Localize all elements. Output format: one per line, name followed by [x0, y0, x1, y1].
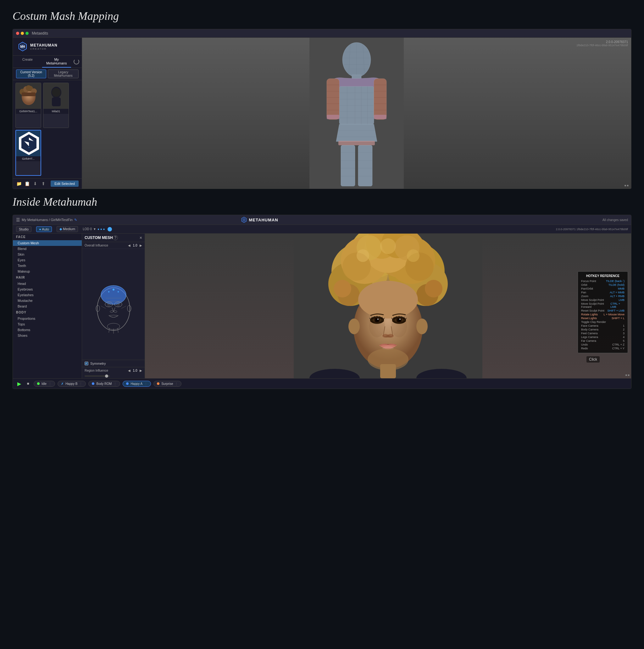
info-icon[interactable]: ?	[113, 235, 118, 240]
close-panel-icon[interactable]: ×	[140, 235, 142, 240]
hamburger-icon[interactable]: ☰	[16, 217, 20, 222]
mh-card-mila[interactable]: Mila01	[43, 83, 69, 128]
stop-button[interactable]: ■	[25, 381, 31, 387]
mh-viewport: HOTKEY REFERENCE Focus Point TILDE (back…	[145, 233, 631, 378]
panel-item-eyebrows[interactable]: Eyebrows	[13, 287, 82, 292]
mh-card-girl1[interactable]: GirlMHTest1...	[15, 83, 41, 128]
timeline-surprise[interactable]: Surprise ⋮	[154, 381, 181, 387]
panel-item-eyes[interactable]: Eyes	[13, 257, 82, 263]
legacy-version-btn[interactable]: Legacy MetaHumans	[48, 70, 79, 78]
svg-rect-38	[374, 79, 386, 120]
timeline-happy-b[interactable]: ✗ Happy B ⋮	[57, 381, 86, 387]
panel-item-blend[interactable]: Blend	[13, 246, 82, 252]
tab-my-metahumans[interactable]: My MetaHumans	[42, 56, 71, 68]
region-slider-handle[interactable]	[105, 375, 108, 378]
character-body-svg	[300, 38, 413, 189]
toolbar-right-info: 2.0.0-20978371 1f6de210-7f0f-46cc-bfa9-9…	[556, 228, 628, 231]
panel-item-mustache[interactable]: Mustache	[13, 298, 82, 303]
toolbar-medium-btn[interactable]: ◆ Medium	[56, 226, 78, 232]
symmetry-label: Symmetry	[90, 361, 106, 365]
edit-selected-button[interactable]: Edit Selected	[51, 180, 79, 187]
mh-card-name-selected: GirlMHT...	[16, 156, 41, 161]
mh-bottom-bar: ▶ ■ Idle ⋮ ✗ Happy B ⋮ Body ROM ⋮ Happy …	[13, 378, 631, 389]
influence-arrows[interactable]: ◀ 1.0 ▶	[128, 244, 142, 247]
panel-item-skin[interactable]: Skin	[13, 252, 82, 257]
body-rom-menu-icon[interactable]: ⋮	[114, 382, 117, 386]
minimize-button[interactable]	[21, 32, 24, 35]
svg-rect-49	[341, 145, 355, 186]
creator-tabs: Create My MetaHumans	[13, 56, 82, 68]
overall-influence-label: Overall Influence	[85, 244, 108, 247]
region-slider[interactable]	[85, 376, 110, 377]
hotkey-row-clay: Toggle Clay Render	[581, 320, 625, 324]
export-icon[interactable]: ⬆	[41, 181, 46, 186]
influence-value: 1.0	[131, 244, 139, 247]
symmetry-checkbox[interactable]: ✓	[85, 361, 88, 365]
mh-card-name-mila: Mila01	[43, 109, 69, 114]
panel-item-tops[interactable]: Tops	[13, 321, 82, 327]
creator-viewport: 2.0.0-20978371 1f6de210-7f0f-46cc-bfa9-9…	[82, 38, 631, 189]
region-next-icon[interactable]: ▶	[140, 369, 142, 372]
svg-point-90	[96, 305, 100, 312]
region-prev-icon[interactable]: ◀	[128, 369, 130, 372]
lod-selector[interactable]: LOD 0 ▼ ● ● ●	[83, 227, 112, 231]
happy-b-menu-icon[interactable]: ⋮	[79, 382, 82, 386]
mh-logo-title: METAHUMAN	[241, 217, 278, 223]
edit-name-icon[interactable]: ✎	[74, 218, 77, 222]
panel-item-proportions[interactable]: Proportions	[13, 316, 82, 321]
toolbar-auto-btn[interactable]: ● Auto	[36, 226, 52, 232]
svg-point-91	[127, 305, 131, 312]
hotkey-row-rotate-lights: Rotate Lights L + Mouse Move	[581, 312, 625, 316]
timeline-idle[interactable]: Idle ⋮	[34, 381, 55, 387]
panel-item-beard[interactable]: Beard	[13, 303, 82, 309]
panel-item-shoes[interactable]: Shoes	[13, 333, 82, 338]
creator-titlebar: Metaedits	[13, 29, 631, 38]
metahuman-window: ☰ My MetaHumans / GirlMHTestFin ✎ METAHU…	[12, 215, 632, 389]
hotkey-row-reset-lights: Reset Lights SHIFT + L	[581, 316, 625, 320]
region-slider-container[interactable]	[82, 374, 145, 378]
svg-marker-67	[243, 218, 246, 222]
toolbar-studio-btn[interactable]: Studio	[16, 226, 32, 232]
timeline-happy-a[interactable]: Happy A ⋮	[123, 381, 151, 387]
svg-text:↔: ↔	[28, 146, 31, 149]
panel-item-head[interactable]: Head	[13, 281, 82, 287]
play-button[interactable]: ▶	[16, 381, 22, 387]
region-arrows[interactable]: ◀ 1.0 ▶	[128, 369, 142, 372]
timeline-body-rom[interactable]: Body ROM ⋮	[88, 381, 120, 387]
folder-icon[interactable]: 📁	[16, 181, 22, 186]
tab-create[interactable]: Create	[13, 56, 42, 68]
hotkey-row-far-cam: Far Camera 5	[581, 339, 625, 343]
mh-card-selected[interactable]: ↔ GirlMHT... This MetaHuman is created w…	[15, 130, 41, 176]
panel-item-custom-mesh[interactable]: Custom Mesh	[13, 240, 82, 246]
mh-card-img-mila	[43, 83, 69, 109]
svg-point-136	[348, 318, 360, 334]
mh-toolbar: Studio ● Auto ◆ Medium LOD 0 ▼ ● ● ● 2.0…	[13, 225, 631, 233]
panel-item-teeth[interactable]: Teeth	[13, 263, 82, 268]
influence-prev-icon[interactable]: ◀	[128, 244, 130, 247]
svg-point-114	[407, 249, 420, 262]
panel-item-eyelashes[interactable]: Eyelashes	[13, 292, 82, 298]
hair-section-header: HAIR	[13, 274, 82, 281]
section-title-2: Inside Metahumah	[0, 189, 644, 215]
svg-point-14	[52, 88, 61, 97]
panel-item-bottoms[interactable]: Bottoms	[13, 327, 82, 333]
panel-item-makeup[interactable]: Makeup	[13, 268, 82, 274]
influence-next-icon[interactable]: ▶	[140, 244, 142, 247]
svg-point-72	[108, 291, 110, 293]
surprise-menu-icon[interactable]: ⋮	[175, 382, 178, 386]
svg-point-124	[377, 318, 379, 320]
happy-a-menu-icon[interactable]: ⋮	[144, 382, 147, 386]
refresh-icon[interactable]	[74, 59, 79, 64]
bottom-action-icons: 📁 📋 ⬇ ⬆	[16, 181, 46, 186]
current-version-btn[interactable]: Current Version (5.2)	[16, 70, 46, 78]
symmetry-row: ✓ Symmetry	[82, 360, 145, 367]
region-influence-label: Region Influence	[85, 369, 108, 372]
maximize-button[interactable]	[26, 32, 29, 35]
idle-menu-icon[interactable]: ⋮	[48, 382, 52, 386]
close-button[interactable]	[16, 32, 19, 35]
copy-icon[interactable]: 📋	[24, 181, 30, 186]
lod-active-dot	[108, 227, 112, 231]
import-icon[interactable]: ⬇	[32, 181, 38, 186]
face-section-header: FACE	[13, 233, 82, 240]
region-influence-row: Region Influence ◀ 1.0 ▶	[82, 367, 145, 374]
